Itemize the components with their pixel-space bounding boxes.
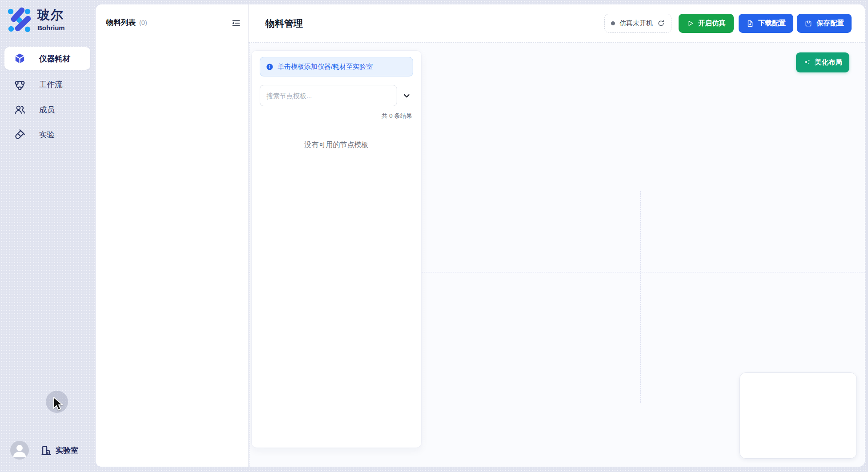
start-simulation-button[interactable]: 开启仿真: [679, 14, 734, 33]
template-search-row: [260, 85, 413, 106]
sim-status-text: 仿真未开机: [619, 19, 653, 28]
workflow-icon: [14, 78, 26, 90]
materials-panel-title: 物料列表: [106, 18, 136, 28]
materials-count: (0): [139, 19, 147, 26]
download-config-label: 下载配置: [758, 19, 786, 28]
experiment-icon: [14, 128, 26, 140]
canvas[interactable]: 单击模板添加仪器/耗材至实验室 共 0 条结果 没有可用的节点模板: [249, 43, 865, 467]
workspace-header: 物料管理 仿真未开机 开启仿真: [249, 4, 865, 43]
materials-panel-header: 物料列表 (0): [106, 18, 147, 28]
info-icon: [266, 63, 273, 71]
main-container: 物料列表 (0) 物料管理: [96, 4, 865, 467]
sidebar-item-members[interactable]: 成员: [4, 98, 90, 121]
cube-icon: [14, 52, 26, 64]
lab-label: 实验室: [56, 445, 78, 456]
status-dot-icon: [611, 21, 615, 25]
node-template-panel: 单击模板添加仪器/耗材至实验室 共 0 条结果 没有可用的节点模板: [251, 50, 422, 448]
download-config-button[interactable]: 下载配置: [739, 14, 793, 33]
lab-entry[interactable]: 实验室: [40, 444, 78, 456]
brand-logo: 玻尔 Bohrium: [7, 6, 65, 32]
file-download-icon: [746, 20, 754, 28]
sidebar-footer: 实验室: [10, 441, 78, 460]
play-icon: [687, 20, 694, 27]
bohrium-logo-icon: [7, 6, 33, 32]
brand-name-en: Bohrium: [37, 24, 65, 32]
members-icon: [14, 104, 26, 116]
user-avatar[interactable]: [10, 441, 29, 460]
mouse-cursor: [53, 397, 66, 413]
info-banner-text: 单击模板添加仪器/耗材至实验室: [277, 63, 373, 71]
page-title: 物料管理: [265, 17, 303, 30]
minimap[interactable]: [739, 372, 857, 459]
info-banner: 单击模板添加仪器/耗材至实验室: [260, 57, 413, 76]
workspace: 物料管理 仿真未开机 开启仿真: [249, 4, 865, 467]
beautify-layout-label: 美化布局: [815, 58, 842, 67]
sidebar-item-workflow[interactable]: 工作流: [4, 73, 90, 96]
sparkles-icon: [803, 59, 811, 67]
empty-state-text: 没有可用的节点模板: [260, 140, 413, 150]
brand-name-cn: 玻尔: [37, 7, 65, 24]
sidebar-item-label: 工作流: [39, 79, 63, 90]
chevron-down-icon: [402, 92, 411, 100]
sidebar: 玻尔 Bohrium 仪器耗材: [0, 0, 96, 472]
sidebar-item-instruments[interactable]: 仪器耗材: [4, 47, 90, 70]
save-config-button[interactable]: 保存配置: [797, 14, 852, 33]
sidebar-item-label: 实验: [39, 129, 55, 140]
search-input[interactable]: [260, 85, 397, 106]
sidebar-item-label: 成员: [39, 104, 55, 115]
sim-status-pill[interactable]: 仿真未开机: [604, 14, 671, 33]
beautify-layout-button[interactable]: 美化布局: [796, 52, 849, 72]
canvas-guide-line: [424, 51, 424, 448]
save-config-label: 保存配置: [816, 19, 844, 28]
results-count: 共 0 条结果: [260, 112, 413, 120]
refresh-icon[interactable]: [657, 20, 665, 27]
collapse-panel-button[interactable]: [229, 16, 243, 30]
save-icon: [804, 20, 812, 28]
building-icon: [40, 444, 52, 456]
sidebar-item-label: 仪器耗材: [39, 53, 70, 64]
expand-filters-button[interactable]: [400, 89, 413, 102]
sidebar-item-experiment[interactable]: 实验: [4, 123, 90, 146]
canvas-guide-line: [249, 43, 250, 467]
start-simulation-label: 开启仿真: [698, 19, 726, 28]
menu-fold-icon: [231, 18, 241, 28]
canvas-guide-line: [640, 191, 641, 403]
app-root: 玻尔 Bohrium 仪器耗材: [0, 0, 868, 472]
materials-panel: 物料列表 (0): [96, 4, 249, 467]
